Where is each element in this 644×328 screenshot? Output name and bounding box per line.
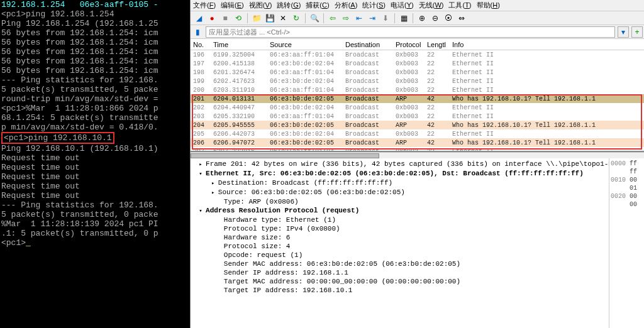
eth-header[interactable]: Ethernet II, Src: 06:e3:b0:de:02:05 (06:…	[191, 169, 609, 178]
packet-details-pane[interactable]: Frame 201: 42 bytes on wire (336 bits), …	[191, 158, 609, 328]
scrollbar-thumb[interactable]	[191, 153, 379, 158]
wireshark-panel: 文件(F)编辑(E)视图(V)跳转(G)捕获(C)分析(A)统计(S)电话(Y)…	[190, 0, 644, 328]
zoom-out-icon[interactable]: ⊖	[430, 13, 441, 24]
separator	[323, 13, 324, 23]
packet-row[interactable]: 2066206.94707206:e3:b0:de:02:05Broadcast…	[191, 138, 644, 147]
col-destination[interactable]: Destination	[343, 41, 393, 48]
menu-item[interactable]: 跳转(G)	[277, 1, 301, 10]
packet-list-pane[interactable]: No. Time Source Destination Protocol Len…	[191, 39, 644, 152]
stop-capture-icon[interactable]: ■	[219, 13, 231, 24]
bottom-split: Frame 201: 42 bytes on wire (336 bits), …	[191, 158, 644, 328]
hex-row: 001000 01	[611, 176, 643, 192]
packet-row[interactable]: 1986201.32647406:e3:aa:ff:01:04Broadcast…	[191, 68, 644, 77]
arp-header[interactable]: Address Resolution Protocol (request)	[191, 206, 609, 216]
reload-icon[interactable]: ↻	[291, 13, 302, 24]
go-first-icon[interactable]: ⇤	[353, 13, 365, 24]
arp-hwtype[interactable]: Hardware type: Ethernet (1)	[191, 216, 609, 224]
packet-row[interactable]: 2046205.94555506:e3:b0:de:02:05Broadcast…	[191, 121, 644, 129]
arp-opcode[interactable]: Opcode: request (1)	[191, 251, 609, 260]
menu-item[interactable]: 无线(W)	[419, 1, 444, 10]
eth-type[interactable]: Type: ARP (0x0806)	[191, 197, 609, 206]
arp-sender-ip[interactable]: Sender IP address: 192.168.1.1	[191, 268, 609, 277]
packet-row[interactable]: 2006203.31191006:e3:aa:ff:01:04Broadcast…	[191, 85, 644, 94]
resize-columns-icon[interactable]: ⇔	[456, 13, 467, 24]
packet-list-header: No. Time Source Destination Protocol Len…	[191, 39, 644, 50]
menu-item[interactable]: 分析(A)	[335, 1, 358, 10]
expression-icon[interactable]: ▾	[618, 26, 629, 38]
restart-capture-icon[interactable]: ⟲	[233, 13, 244, 24]
packet-row[interactable]: 1996202.41762306:e3:b0:de:02:04Broadcast…	[191, 77, 644, 85]
menu-item[interactable]: 统计(S)	[362, 1, 386, 10]
go-last-icon[interactable]: ⇥	[367, 13, 378, 24]
add-filter-icon[interactable]: +	[631, 26, 643, 38]
col-source[interactable]: Source	[267, 41, 343, 48]
packet-row[interactable]: 2036205.33219006:e3:aa:ff:01:04Broadcast…	[191, 112, 644, 121]
packet-row[interactable]: 2056206.44207306:e3:b0:de:02:04Broadcast…	[191, 129, 644, 138]
arp-sender-mac[interactable]: Sender MAC address: 06:e3:b0:de:02:05 (0…	[191, 260, 609, 268]
eth-src[interactable]: Source: 06:e3:b0:de:02:05 (06:e3:b0:de:0…	[191, 188, 609, 197]
separator	[413, 13, 413, 23]
menu-item[interactable]: 编辑(E)	[221, 1, 244, 10]
col-protocol[interactable]: Protocol	[393, 41, 425, 48]
save-icon[interactable]: 💾	[264, 13, 275, 24]
arp-target-ip[interactable]: Target IP address: 192.168.10.1	[191, 286, 609, 295]
terminal-panel[interactable]: 192.168.1.254 06e3-aaff-0105 -<pc1>ping …	[0, 0, 190, 328]
col-length[interactable]: Lengtl	[425, 41, 450, 48]
filter-bar: ▮ ▾ +	[191, 25, 644, 39]
packet-bytes-pane[interactable]: 0000ff ff 001000 01 002000 00	[609, 158, 644, 328]
separator	[305, 13, 306, 23]
menu-item[interactable]: 帮助(H)	[477, 1, 500, 10]
menu-item[interactable]: 工具(T)	[448, 1, 471, 10]
auto-scroll-icon[interactable]: ⬇	[380, 13, 391, 24]
packet-row[interactable]: 2016204.01313106:e3:b0:de:02:05Broadcast…	[191, 94, 644, 103]
col-info[interactable]: Info	[450, 41, 644, 48]
col-time[interactable]: Time	[211, 41, 267, 48]
close-icon[interactable]: ✕	[277, 13, 289, 24]
menu-item[interactable]: 捕获(C)	[306, 1, 329, 10]
hex-row: 002000 00	[611, 192, 643, 209]
go-forward-icon[interactable]: ⇨	[340, 13, 352, 24]
start-capture-icon[interactable]: ●	[206, 13, 218, 24]
menu-bar: 文件(F)编辑(E)视图(V)跳转(G)捕获(C)分析(A)统计(S)电话(Y)…	[191, 0, 644, 11]
hex-row: 0000ff ff	[611, 160, 643, 176]
go-back-icon[interactable]: ⇦	[327, 13, 338, 24]
separator	[247, 13, 248, 23]
find-icon[interactable]: 🔍	[309, 13, 320, 24]
packet-row[interactable]: 2076207.33381606:e3:aa:ff:01:04Broadcast…	[191, 147, 644, 152]
colorize-icon[interactable]: ▦	[398, 13, 409, 24]
packet-row[interactable]: 1976200.41513806:e3:b0:de:02:04Broadcast…	[191, 59, 644, 68]
bookmark-icon[interactable]: ▮	[192, 26, 203, 38]
packet-row[interactable]: 1966199.32500406:e3:aa:ff:01:04Broadcast…	[191, 50, 644, 59]
open-icon[interactable]: 📁	[251, 13, 262, 24]
zoom-reset-icon[interactable]: ⦿	[443, 13, 454, 24]
shark-icon[interactable]: ◢	[193, 13, 204, 24]
display-filter-input[interactable]	[206, 26, 615, 38]
arp-psize[interactable]: Protocol size: 4	[191, 242, 609, 251]
menu-item[interactable]: 电话(Y)	[391, 1, 414, 10]
arp-target-mac[interactable]: Target MAC address: 00:00:00_00:00:00 (0…	[191, 277, 609, 286]
menu-item[interactable]: 视图(V)	[249, 1, 272, 10]
separator	[394, 13, 395, 23]
arp-ptype[interactable]: Protocol type: IPv4 (0x0800)	[191, 224, 609, 233]
toolbar: ◢ ● ■ ⟲ 📁 💾 ✕ ↻ 🔍 ⇦ ⇨ ⇤ ⇥ ⬇ ▦ ⊕ ⊖ ⦿ ⇔	[191, 11, 644, 25]
col-no[interactable]: No.	[191, 41, 211, 48]
arp-hwsize[interactable]: Hardware size: 6	[191, 233, 609, 242]
zoom-in-icon[interactable]: ⊕	[416, 13, 428, 24]
eth-dst[interactable]: Destination: Broadcast (ff:ff:ff:ff:ff:f…	[191, 178, 609, 188]
frame-summary[interactable]: Frame 201: 42 bytes on wire (336 bits), …	[191, 160, 609, 169]
packet-hscroll[interactable]	[191, 152, 644, 158]
packet-row[interactable]: 2026204.44094706:e3:b0:de:02:04Broadcast…	[191, 103, 644, 112]
menu-item[interactable]: 文件(F)	[193, 1, 216, 10]
